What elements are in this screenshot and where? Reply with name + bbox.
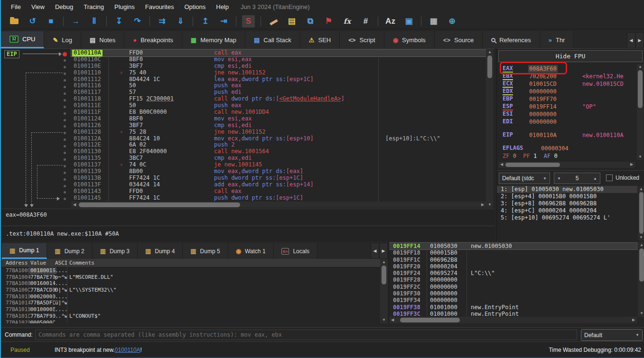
disasm-row[interactable]: 010011248BF0mov esi,eax bbox=[71, 116, 487, 122]
functions-icon[interactable]: fx bbox=[341, 15, 354, 28]
tab-locals[interactable]: x=Locals bbox=[274, 243, 318, 259]
register-value[interactable]: 00000304 bbox=[541, 145, 569, 152]
register-value[interactable]: 0100110A bbox=[529, 131, 557, 139]
scroll-up-arrow[interactable]: ▲ bbox=[638, 186, 644, 192]
scroll-down-arrow[interactable]: ▼ bbox=[637, 154, 644, 160]
tab-symbols[interactable]: ◉Symbols bbox=[384, 31, 435, 48]
tab-scroll-left-icon[interactable]: ◀ bbox=[627, 32, 635, 48]
instruction-dot[interactable] bbox=[64, 178, 66, 181]
breakpoint-address-link[interactable]: 0100110A bbox=[115, 347, 140, 353]
scroll-down-arrow[interactable]: ▼ bbox=[381, 317, 387, 323]
dump-panel[interactable]: AddressValueASCIComments 77BA10000018001… bbox=[2, 259, 388, 323]
instruction-dot[interactable] bbox=[64, 112, 66, 115]
dump-header-value[interactable]: Value bbox=[30, 259, 46, 267]
registers-hscroll-thumb[interactable] bbox=[505, 163, 560, 167]
dump-row[interactable]: 77BA10180010000E.... bbox=[2, 306, 388, 313]
tab-dump-5[interactable]: ▥Dump 5 bbox=[183, 243, 228, 259]
registers-panel[interactable]: Hide FPU EAX008A3F60EBX7020E200<kernel32… bbox=[496, 48, 644, 241]
tab-thr[interactable]: »Thr bbox=[540, 31, 574, 48]
dump-rows[interactable]: 77BA100000180016....77BA100477BA7E70p~°w… bbox=[2, 267, 388, 323]
run-icon[interactable]: → bbox=[69, 15, 82, 28]
tab-log[interactable]: ✎Log bbox=[44, 31, 81, 48]
dump-row[interactable]: 77BA100C77BA7CD0Ð|°wL"\\SYSTEM32\\" bbox=[2, 287, 388, 294]
stack-hscroll-thumb[interactable] bbox=[400, 318, 460, 322]
stack-vscroll-thumb[interactable] bbox=[639, 248, 644, 282]
tab-dump-1[interactable]: ▥Dump 1 bbox=[2, 243, 47, 259]
instruction-dot[interactable] bbox=[64, 86, 66, 88]
labels-icon[interactable]: ⧉ bbox=[304, 15, 317, 28]
scroll-left-arrow[interactable]: ◀ bbox=[389, 317, 396, 323]
instruction-dot[interactable] bbox=[64, 132, 66, 134]
argument-row[interactable]: 1: [esp] 01005030 new.01005030 bbox=[497, 186, 637, 193]
instruction-dot[interactable] bbox=[64, 152, 66, 154]
tab-dump-2[interactable]: ▥Dump 2 bbox=[47, 243, 92, 259]
disasm-row[interactable]: 0100110C8BF0mov esi,eax bbox=[71, 56, 487, 63]
register-row-ecx[interactable]: ECX010015CDnew.010015CD bbox=[497, 80, 635, 88]
tab-breakpoints[interactable]: ●Breakpoints bbox=[124, 31, 182, 48]
tab-source[interactable]: <>Source bbox=[435, 31, 483, 48]
instruction-dot[interactable] bbox=[64, 79, 66, 82]
stack-panel[interactable]: 0019FF1401005030new.010050300019FF180000… bbox=[389, 242, 644, 323]
tab-dump-3[interactable]: ▥Dump 3 bbox=[93, 243, 138, 259]
flag-value-zf[interactable]: 0 bbox=[513, 153, 516, 159]
tab-dump-4[interactable]: ▥Dump 4 bbox=[138, 243, 183, 259]
dump-row[interactable]: 77BA100000180016.... bbox=[2, 267, 388, 274]
instruction-dot[interactable] bbox=[64, 198, 66, 200]
disasm-row[interactable]: 01001145FF7424 1Cpush dword ptr ss:[esp+… bbox=[71, 195, 487, 202]
tab-scroll-right-icon[interactable]: ▶ bbox=[635, 32, 644, 48]
disasm-hscrollbar[interactable]: ◀ ▶ bbox=[71, 202, 486, 208]
disasm-row[interactable]: 01001143FFD0call eax bbox=[71, 188, 487, 195]
instruction-dot[interactable] bbox=[64, 165, 66, 167]
register-row-eip[interactable]: EIP0100110Anew.0100110A bbox=[497, 131, 635, 139]
scroll-right-arrow[interactable]: ▶ bbox=[479, 202, 486, 208]
unlocked-checkbox[interactable] bbox=[606, 174, 613, 181]
register-row-esp[interactable]: ESP0019FF14"OP" bbox=[497, 103, 635, 110]
dump-row[interactable]: 77BA101C77BA7F90..°wL"CONOUT$" bbox=[2, 313, 388, 320]
disassembly-rows[interactable]: 0100110AFFD0call eax0100110C8BF0mov esi,… bbox=[71, 50, 487, 201]
instruction-dot[interactable] bbox=[64, 145, 66, 147]
instruction-dot[interactable] bbox=[64, 158, 66, 161]
disasm-row[interactable]: 0100110AFFD0call eax bbox=[71, 50, 487, 56]
step-out-icon[interactable]: ↥ bbox=[199, 15, 212, 28]
flag-value-af[interactable]: 0 bbox=[554, 153, 557, 159]
arguments-vscroll-thumb[interactable] bbox=[639, 192, 644, 234]
instruction-dot[interactable] bbox=[64, 191, 66, 193]
disasm-vscroll-thumb[interactable] bbox=[487, 55, 492, 78]
tab-script[interactable]: <>Script bbox=[340, 31, 384, 48]
menu-view[interactable]: View bbox=[26, 1, 50, 12]
animate-into-icon[interactable]: ⇉ bbox=[156, 15, 168, 28]
arguments-pane[interactable]: 1: [esp] 01005030 new.010050302: [esp+4]… bbox=[497, 186, 644, 241]
scroll-left-arrow[interactable]: ◀ bbox=[498, 162, 505, 167]
register-value[interactable]: 00000000 bbox=[529, 110, 557, 118]
stack-vscrollbar[interactable]: ▲ ▼ bbox=[638, 242, 644, 317]
disasm-row[interactable]: 0100111650push eax bbox=[71, 83, 487, 89]
disasm-row[interactable]: 0100111757push edi bbox=[71, 89, 487, 96]
dump-vscrollbar[interactable]: ▲ ▼ bbox=[380, 259, 388, 323]
tab-watch-1[interactable]: ◉Watch 1 bbox=[228, 243, 274, 259]
breakpoint-dot[interactable] bbox=[63, 52, 67, 56]
step-over-icon[interactable]: ↷ bbox=[131, 15, 144, 28]
dump-header-asci[interactable]: ASCI bbox=[55, 259, 68, 267]
tab-cpu[interactable]: 32CPU bbox=[1, 31, 44, 48]
hide-fpu-button[interactable]: Hide FPU bbox=[498, 50, 643, 62]
tab-notes[interactable]: ▤Notes bbox=[81, 31, 124, 48]
stop-icon[interactable]: ■ bbox=[45, 15, 57, 28]
disasm-row[interactable]: 0100112A884C24 10mov ecx,dword ptr ss:[e… bbox=[71, 136, 487, 142]
dump-row[interactable]: 77BA10200005000C.... bbox=[2, 320, 388, 324]
scroll-right-arrow[interactable]: ▶ bbox=[630, 317, 637, 323]
compare-hash-icon[interactable]: # bbox=[359, 15, 372, 28]
register-value[interactable]: 0019FF70 bbox=[529, 95, 557, 103]
disasm-row[interactable]: 0100113BFF7424 1Cpush dword ptr ss:[esp+… bbox=[71, 175, 487, 182]
instruction-dot[interactable] bbox=[64, 172, 66, 174]
menu-help[interactable]: Help bbox=[211, 1, 234, 12]
register-row-ebp[interactable]: EBP0019FF70 bbox=[497, 95, 635, 103]
dump-row[interactable]: 77BA101477BA5DFCü]°w bbox=[2, 300, 388, 306]
attach-icon[interactable]: ▣ bbox=[402, 15, 415, 28]
disasm-row[interactable]: 010011353BC7cmp eax,edi bbox=[71, 155, 487, 162]
registers-hscrollbar[interactable]: ◀ ▶ bbox=[498, 162, 635, 168]
disasm-row[interactable]: 01001137v74 0Cje new.1001145 bbox=[71, 162, 487, 168]
disasm-row[interactable]: 01001130E8 2F040000call new.1001564 bbox=[71, 148, 487, 155]
instruction-dot[interactable] bbox=[64, 119, 66, 121]
register-row-esi[interactable]: ESI00000000 bbox=[497, 110, 635, 118]
menu-tracing[interactable]: Tracing bbox=[78, 1, 109, 12]
